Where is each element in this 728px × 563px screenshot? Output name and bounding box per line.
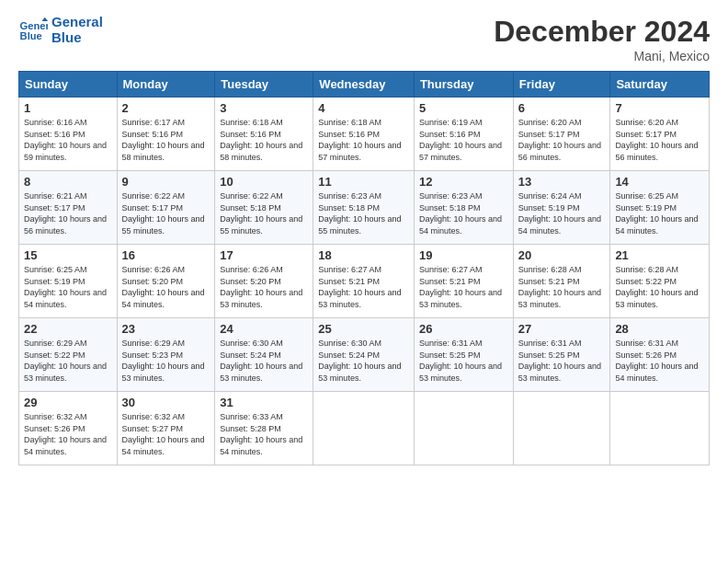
day-detail: Sunrise: 6:32 AMSunset: 5:26 PMDaylight:… bbox=[24, 412, 107, 456]
day-detail: Sunrise: 6:18 AMSunset: 5:16 PMDaylight:… bbox=[318, 118, 401, 162]
day-detail: Sunrise: 6:26 AMSunset: 5:20 PMDaylight:… bbox=[220, 265, 302, 309]
day-number: 22 bbox=[24, 322, 112, 336]
day-detail: Sunrise: 6:24 AMSunset: 5:19 PMDaylight:… bbox=[518, 191, 601, 236]
col-wednesday: Wednesday bbox=[313, 72, 415, 98]
day-cell: 4 Sunrise: 6:18 AMSunset: 5:16 PMDayligh… bbox=[313, 98, 415, 171]
header: General Blue General Blue December 2024 … bbox=[18, 15, 710, 63]
day-detail: Sunrise: 6:16 AMSunset: 5:16 PMDaylight:… bbox=[24, 118, 107, 162]
day-cell: 21 Sunrise: 6:28 AMSunset: 5:22 PMDaylig… bbox=[610, 245, 710, 318]
day-number: 2 bbox=[122, 101, 210, 115]
day-cell: 20 Sunrise: 6:28 AMSunset: 5:21 PMDaylig… bbox=[513, 245, 610, 318]
day-detail: Sunrise: 6:33 AMSunset: 5:28 PMDaylight:… bbox=[220, 412, 302, 456]
day-cell: 31 Sunrise: 6:33 AMSunset: 5:28 PMDaylig… bbox=[215, 392, 313, 465]
day-number: 21 bbox=[615, 248, 704, 262]
day-detail: Sunrise: 6:25 AMSunset: 5:19 PMDaylight:… bbox=[615, 191, 698, 236]
day-detail: Sunrise: 6:18 AMSunset: 5:16 PMDaylight:… bbox=[220, 118, 302, 162]
day-number: 15 bbox=[24, 248, 112, 262]
header-row: Sunday Monday Tuesday Wednesday Thursday… bbox=[19, 72, 710, 98]
day-detail: Sunrise: 6:20 AMSunset: 5:17 PMDaylight:… bbox=[615, 118, 698, 162]
day-cell: 26 Sunrise: 6:31 AMSunset: 5:25 PMDaylig… bbox=[414, 318, 513, 392]
day-number: 17 bbox=[220, 248, 308, 262]
day-detail: Sunrise: 6:22 AMSunset: 5:18 PMDaylight:… bbox=[220, 191, 302, 236]
day-number: 1 bbox=[24, 101, 112, 115]
day-cell: 2 Sunrise: 6:17 AMSunset: 5:16 PMDayligh… bbox=[117, 98, 215, 171]
day-number: 20 bbox=[518, 248, 606, 262]
day-cell: 25 Sunrise: 6:30 AMSunset: 5:24 PMDaylig… bbox=[313, 318, 415, 392]
title-area: December 2024 Mani, Mexico bbox=[494, 15, 710, 63]
day-cell: 28 Sunrise: 6:31 AMSunset: 5:26 PMDaylig… bbox=[610, 318, 710, 392]
day-cell: 3 Sunrise: 6:18 AMSunset: 5:16 PMDayligh… bbox=[215, 98, 313, 171]
week-row-1: 1 Sunrise: 6:16 AMSunset: 5:16 PMDayligh… bbox=[19, 98, 710, 171]
day-number: 30 bbox=[122, 396, 210, 409]
day-number: 11 bbox=[318, 175, 409, 189]
day-detail: Sunrise: 6:25 AMSunset: 5:19 PMDaylight:… bbox=[24, 265, 107, 309]
day-number: 29 bbox=[24, 396, 112, 409]
day-cell: 19 Sunrise: 6:27 AMSunset: 5:21 PMDaylig… bbox=[414, 245, 513, 318]
day-number: 19 bbox=[419, 248, 508, 262]
day-cell: 27 Sunrise: 6:31 AMSunset: 5:25 PMDaylig… bbox=[513, 318, 610, 392]
day-number: 31 bbox=[220, 396, 308, 409]
day-number: 27 bbox=[518, 322, 606, 336]
day-number: 18 bbox=[318, 248, 409, 262]
day-detail: Sunrise: 6:32 AMSunset: 5:27 PMDaylight:… bbox=[122, 412, 205, 456]
week-row-4: 22 Sunrise: 6:29 AMSunset: 5:22 PMDaylig… bbox=[19, 318, 710, 392]
day-detail: Sunrise: 6:19 AMSunset: 5:16 PMDaylight:… bbox=[419, 118, 502, 162]
day-number: 13 bbox=[518, 175, 606, 189]
month-title: December 2024 bbox=[494, 15, 710, 49]
day-number: 10 bbox=[220, 175, 308, 189]
logo-line2: Blue bbox=[51, 30, 103, 46]
day-number: 26 bbox=[419, 322, 508, 336]
page: General Blue General Blue December 2024 … bbox=[0, 0, 728, 563]
svg-text:General: General bbox=[20, 19, 48, 30]
week-row-3: 15 Sunrise: 6:25 AMSunset: 5:19 PMDaylig… bbox=[19, 245, 710, 318]
col-saturday: Saturday bbox=[610, 72, 710, 98]
day-detail: Sunrise: 6:31 AMSunset: 5:25 PMDaylight:… bbox=[419, 339, 502, 383]
day-cell: 24 Sunrise: 6:30 AMSunset: 5:24 PMDaylig… bbox=[215, 318, 313, 392]
day-detail: Sunrise: 6:27 AMSunset: 5:21 PMDaylight:… bbox=[318, 265, 401, 309]
day-detail: Sunrise: 6:22 AMSunset: 5:17 PMDaylight:… bbox=[122, 191, 205, 236]
day-detail: Sunrise: 6:27 AMSunset: 5:21 PMDaylight:… bbox=[419, 265, 502, 309]
logo-icon: General Blue bbox=[18, 17, 48, 43]
day-detail: Sunrise: 6:21 AMSunset: 5:17 PMDaylight:… bbox=[24, 191, 107, 236]
day-detail: Sunrise: 6:29 AMSunset: 5:23 PMDaylight:… bbox=[122, 339, 205, 383]
day-cell: 13 Sunrise: 6:24 AMSunset: 5:19 PMDaylig… bbox=[513, 171, 610, 245]
col-tuesday: Tuesday bbox=[215, 72, 313, 98]
day-number: 14 bbox=[615, 175, 704, 189]
day-cell: 29 Sunrise: 6:32 AMSunset: 5:26 PMDaylig… bbox=[19, 392, 118, 465]
day-cell bbox=[513, 392, 610, 465]
logo-line1: General bbox=[51, 15, 103, 30]
day-cell: 23 Sunrise: 6:29 AMSunset: 5:23 PMDaylig… bbox=[117, 318, 215, 392]
col-sunday: Sunday bbox=[19, 72, 118, 98]
day-cell: 7 Sunrise: 6:20 AMSunset: 5:17 PMDayligh… bbox=[610, 98, 710, 171]
day-detail: Sunrise: 6:23 AMSunset: 5:18 PMDaylight:… bbox=[318, 191, 401, 236]
day-detail: Sunrise: 6:31 AMSunset: 5:26 PMDaylight:… bbox=[615, 339, 698, 383]
day-cell bbox=[313, 392, 415, 465]
day-cell: 12 Sunrise: 6:23 AMSunset: 5:18 PMDaylig… bbox=[414, 171, 513, 245]
day-cell: 22 Sunrise: 6:29 AMSunset: 5:22 PMDaylig… bbox=[19, 318, 118, 392]
day-number: 24 bbox=[220, 322, 308, 336]
day-number: 28 bbox=[615, 322, 704, 336]
day-cell: 14 Sunrise: 6:25 AMSunset: 5:19 PMDaylig… bbox=[610, 171, 710, 245]
day-detail: Sunrise: 6:20 AMSunset: 5:17 PMDaylight:… bbox=[518, 118, 601, 162]
day-cell: 16 Sunrise: 6:26 AMSunset: 5:20 PMDaylig… bbox=[117, 245, 215, 318]
col-monday: Monday bbox=[117, 72, 215, 98]
col-friday: Friday bbox=[513, 72, 610, 98]
col-thursday: Thursday bbox=[414, 72, 513, 98]
day-cell: 30 Sunrise: 6:32 AMSunset: 5:27 PMDaylig… bbox=[117, 392, 215, 465]
day-cell: 8 Sunrise: 6:21 AMSunset: 5:17 PMDayligh… bbox=[19, 171, 118, 245]
day-detail: Sunrise: 6:23 AMSunset: 5:18 PMDaylight:… bbox=[419, 191, 502, 236]
day-cell bbox=[414, 392, 513, 465]
day-detail: Sunrise: 6:31 AMSunset: 5:25 PMDaylight:… bbox=[518, 339, 601, 383]
day-detail: Sunrise: 6:26 AMSunset: 5:20 PMDaylight:… bbox=[122, 265, 205, 309]
day-detail: Sunrise: 6:30 AMSunset: 5:24 PMDaylight:… bbox=[318, 339, 401, 383]
day-cell: 5 Sunrise: 6:19 AMSunset: 5:16 PMDayligh… bbox=[414, 98, 513, 171]
day-number: 12 bbox=[419, 175, 508, 189]
week-row-2: 8 Sunrise: 6:21 AMSunset: 5:17 PMDayligh… bbox=[19, 171, 710, 245]
day-cell: 1 Sunrise: 6:16 AMSunset: 5:16 PMDayligh… bbox=[19, 98, 118, 171]
day-number: 5 bbox=[419, 101, 508, 115]
day-number: 3 bbox=[220, 101, 308, 115]
day-detail: Sunrise: 6:28 AMSunset: 5:22 PMDaylight:… bbox=[615, 265, 698, 309]
day-number: 7 bbox=[615, 101, 704, 115]
day-cell: 11 Sunrise: 6:23 AMSunset: 5:18 PMDaylig… bbox=[313, 171, 415, 245]
day-detail: Sunrise: 6:28 AMSunset: 5:21 PMDaylight:… bbox=[518, 265, 601, 309]
